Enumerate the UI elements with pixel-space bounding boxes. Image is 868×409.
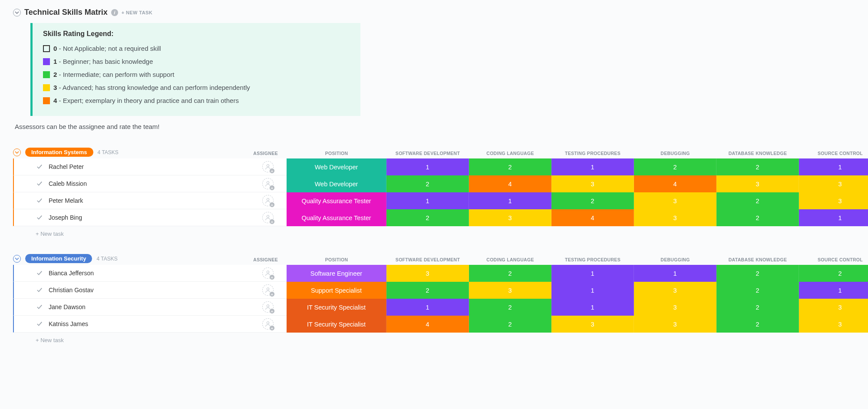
rating-cell[interactable]: 2: [716, 209, 799, 226]
rating-cell[interactable]: 2: [469, 316, 551, 333]
rating-cell[interactable]: 2: [551, 192, 634, 209]
rating-cell[interactable]: 4: [386, 316, 469, 333]
assignee-cell[interactable]: +: [226, 175, 287, 192]
rating-cell[interactable]: 1: [634, 265, 716, 282]
rating-cell[interactable]: 2: [634, 158, 716, 175]
position-cell[interactable]: IT Security Specialist: [287, 299, 386, 316]
position-cell[interactable]: Quality Assurance Tester: [287, 209, 386, 226]
position-cell[interactable]: Support Specialist: [287, 282, 386, 299]
rating-cell[interactable]: 2: [716, 282, 799, 299]
task-name-cell[interactable]: Joseph Bing: [13, 209, 226, 226]
task-name-cell[interactable]: Katniss James: [13, 316, 226, 333]
rating-cell[interactable]: 2: [386, 282, 469, 299]
assignee-add-icon[interactable]: +: [262, 318, 274, 330]
task-name-cell[interactable]: Christian Gostav: [13, 282, 226, 299]
group-name-pill[interactable]: Information Systems: [25, 148, 93, 157]
table-row[interactable]: Katniss James+IT Security Specialist4233…: [13, 316, 868, 333]
rating-cell[interactable]: 1: [799, 158, 868, 175]
rating-cell[interactable]: 4: [634, 175, 716, 192]
assignee-cell[interactable]: +: [226, 265, 287, 282]
task-name-cell[interactable]: Caleb Mission: [13, 175, 226, 192]
rating-cell[interactable]: 2: [716, 265, 799, 282]
assignee-add-icon[interactable]: +: [262, 178, 274, 189]
table-row[interactable]: Christian Gostav+Support Specialist23132…: [13, 282, 868, 299]
assignee-cell[interactable]: +: [226, 209, 287, 226]
position-cell[interactable]: Web Developer: [287, 158, 386, 175]
assignee-add-icon[interactable]: +: [262, 212, 274, 223]
rating-cell[interactable]: 3: [551, 316, 634, 333]
task-name: Caleb Mission: [49, 180, 87, 187]
task-name-cell[interactable]: Jane Dawson: [13, 299, 226, 316]
group-collapse-icon[interactable]: [13, 148, 21, 156]
assignee-cell[interactable]: +: [226, 158, 287, 175]
table-row[interactable]: Bianca Jefferson+Software Engineer321122: [13, 265, 868, 282]
rating-cell[interactable]: 3: [386, 265, 469, 282]
position-cell[interactable]: Quality Assurance Tester: [287, 192, 386, 209]
rating-cell[interactable]: 3: [634, 316, 716, 333]
rating-cell[interactable]: 2: [469, 265, 551, 282]
group-name-pill[interactable]: Information Security: [25, 254, 92, 263]
rating-cell[interactable]: 2: [386, 175, 469, 192]
table-row[interactable]: Rachel Peter+Web Developer121221: [13, 158, 868, 175]
rating-cell[interactable]: 2: [716, 158, 799, 175]
rating-cell[interactable]: 1: [386, 158, 469, 175]
group-collapse-icon[interactable]: [13, 255, 21, 263]
rating-cell[interactable]: 3: [799, 175, 868, 192]
rating-cell[interactable]: 2: [716, 316, 799, 333]
rating-cell[interactable]: 2: [799, 265, 868, 282]
rating-cell[interactable]: 2: [716, 192, 799, 209]
task-name-cell[interactable]: Bianca Jefferson: [13, 265, 226, 282]
rating-cell[interactable]: 1: [469, 192, 551, 209]
rating-cell[interactable]: 4: [551, 209, 634, 226]
rating-cell[interactable]: 1: [551, 158, 634, 175]
new-task-button[interactable]: + New task: [13, 333, 868, 347]
rating-cell[interactable]: 3: [799, 299, 868, 316]
rating-cell[interactable]: 1: [799, 209, 868, 226]
assignee-cell[interactable]: +: [226, 316, 287, 333]
plus-icon: +: [269, 219, 275, 224]
group-header: Information Systems4 TASKS: [13, 148, 868, 157]
assignee-add-icon[interactable]: +: [262, 284, 274, 296]
rating-cell[interactable]: 1: [799, 282, 868, 299]
rating-cell[interactable]: 3: [469, 209, 551, 226]
new-task-button[interactable]: + New task: [13, 226, 868, 241]
assignee-add-icon[interactable]: +: [262, 161, 274, 172]
rating-cell[interactable]: 3: [799, 316, 868, 333]
rating-cell[interactable]: 3: [716, 175, 799, 192]
assignee-cell[interactable]: +: [226, 192, 287, 209]
assignee-add-icon[interactable]: +: [262, 301, 274, 313]
collapse-section-icon[interactable]: [13, 9, 21, 16]
rating-cell[interactable]: 3: [634, 209, 716, 226]
assignee-cell[interactable]: +: [226, 299, 287, 316]
info-icon[interactable]: i: [111, 9, 118, 16]
rating-cell[interactable]: 1: [551, 265, 634, 282]
rating-cell[interactable]: 2: [716, 299, 799, 316]
rating-cell[interactable]: 3: [634, 299, 716, 316]
assignee-add-icon[interactable]: +: [262, 195, 274, 206]
position-cell[interactable]: Web Developer: [287, 175, 386, 192]
rating-cell[interactable]: 3: [469, 282, 551, 299]
task-name-cell[interactable]: Rachel Peter: [13, 158, 226, 175]
assignee-cell[interactable]: +: [226, 282, 287, 299]
rating-cell[interactable]: 2: [386, 209, 469, 226]
rating-cell[interactable]: 1: [551, 282, 634, 299]
assignee-add-icon[interactable]: +: [262, 267, 274, 279]
table-row[interactable]: Jane Dawson+IT Security Specialist121323: [13, 299, 868, 316]
rating-cell[interactable]: 4: [469, 175, 551, 192]
rating-cell[interactable]: 1: [386, 299, 469, 316]
position-cell[interactable]: IT Security Specialist: [287, 316, 386, 333]
rating-cell[interactable]: 3: [634, 192, 716, 209]
rating-cell[interactable]: 2: [469, 158, 551, 175]
table-row[interactable]: Caleb Mission+Web Developer243433: [13, 175, 868, 192]
rating-cell[interactable]: 3: [551, 175, 634, 192]
table-row[interactable]: Joseph Bing+Quality Assurance Tester2343…: [13, 209, 868, 226]
task-name-cell[interactable]: Peter Melark: [13, 192, 226, 209]
rating-cell[interactable]: 1: [551, 299, 634, 316]
rating-cell[interactable]: 2: [469, 299, 551, 316]
table-row[interactable]: Peter Melark+Quality Assurance Tester112…: [13, 192, 868, 209]
rating-cell[interactable]: 3: [799, 192, 868, 209]
rating-cell[interactable]: 3: [634, 282, 716, 299]
rating-cell[interactable]: 1: [386, 192, 469, 209]
new-task-top-button[interactable]: + NEW TASK: [122, 10, 152, 15]
position-cell[interactable]: Software Engineer: [287, 265, 386, 282]
